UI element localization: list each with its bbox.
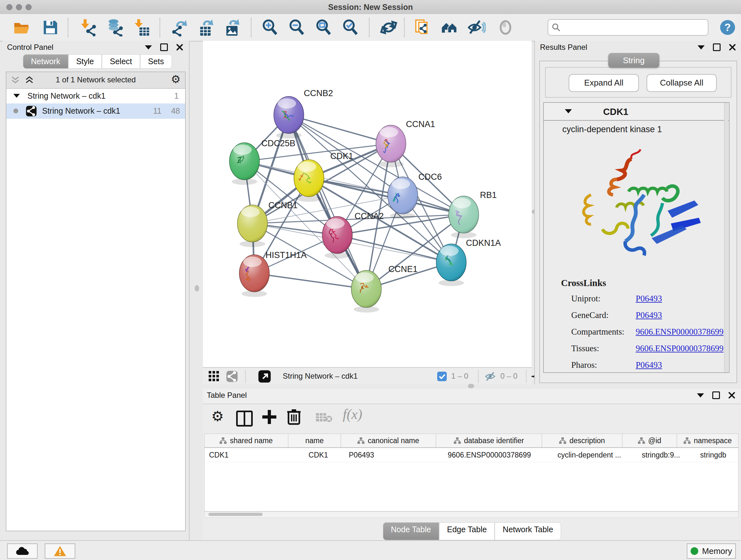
export-image-button[interactable] [223, 18, 241, 37]
selected-checkbox[interactable] [437, 372, 447, 381]
first-neighbors-button[interactable] [441, 18, 458, 37]
network-node[interactable]: CCNA1 [376, 119, 435, 167]
column-header[interactable]: namespace [677, 434, 738, 447]
show-all-button[interactable] [496, 18, 515, 37]
panel-close-icon[interactable] [729, 44, 736, 51]
panel-close-icon[interactable] [176, 44, 183, 51]
section-collapse-icon[interactable] [565, 109, 572, 113]
zoom-fit-button[interactable] [315, 18, 333, 37]
tab-select[interactable]: Select [102, 54, 140, 69]
expand-all-button[interactable]: Expand All [569, 74, 639, 92]
cloud-button[interactable] [7, 543, 38, 559]
memory-button[interactable]: Memory [687, 543, 736, 559]
warning-button[interactable] [45, 543, 75, 559]
column-header[interactable]: name [288, 434, 341, 447]
gene-section-header[interactable]: CDK1 [544, 103, 729, 121]
network-canvas[interactable]: CCNB2CCNA1CDC25BCDK1CDC6RB1CCNB1CCNA2CDK… [203, 41, 532, 367]
save-session-button[interactable] [42, 18, 59, 37]
cell-namespace[interactable]: stringdb [696, 448, 738, 462]
node-label: RB1 [480, 190, 497, 200]
import-table-button[interactable] [133, 18, 151, 37]
hide-selected-button[interactable] [468, 18, 486, 37]
crosslink-label: GeneCard: [571, 310, 609, 320]
network-node[interactable]: CCNB2 [274, 88, 333, 138]
cell-canonical-name[interactable]: P06493 [344, 448, 443, 462]
delete-table-icon[interactable] [315, 412, 333, 430]
cell-id[interactable]: stringdb:9... [637, 448, 696, 462]
table-horizontal-scrollbar[interactable] [204, 511, 738, 518]
network-node[interactable]: CCNA2 [322, 211, 384, 259]
apply-layout-button[interactable] [380, 18, 398, 37]
network-node[interactable]: CCNE1 [351, 264, 418, 313]
gene-section: CDK1 cyclin-dependent kinase 1 [543, 102, 730, 373]
cell-name[interactable]: CDK1 [292, 448, 344, 462]
splitter-handle[interactable] [468, 384, 474, 388]
panel-menu-icon[interactable] [697, 45, 704, 50]
crosslink-tissues-link[interactable]: 9606.ENSP00000378699 [636, 344, 724, 354]
new-network-from-selection-button[interactable] [414, 18, 431, 37]
cell-database-identifier[interactable]: 9606.ENSP00000378699 [443, 448, 553, 462]
zoom-in-button[interactable] [261, 18, 279, 37]
network-collection-row[interactable]: String Network – cdk1 1 [6, 89, 185, 104]
panel-menu-icon[interactable] [145, 45, 152, 50]
crosslink-genecard-link[interactable]: P06493 [636, 310, 662, 320]
column-header[interactable]: database identifier [436, 434, 542, 447]
search-input[interactable] [563, 21, 705, 33]
column-header[interactable]: shared name [205, 434, 288, 447]
network-node[interactable]: HIST1H1A [239, 250, 307, 297]
export-network-button[interactable] [171, 18, 189, 37]
scrollbar-thumb[interactable] [208, 513, 263, 516]
export-table-button[interactable] [197, 18, 215, 37]
tab-edge-table[interactable]: Edge Table [439, 522, 495, 540]
table-row[interactable]: CDK1 CDK1 P06493 9606.ENSP00000378699 cy… [205, 448, 738, 462]
open-in-string-icon[interactable] [258, 370, 271, 383]
tab-network-table[interactable]: Network Table [495, 522, 561, 540]
tab-sets[interactable]: Sets [140, 54, 172, 69]
import-network-database-button[interactable] [105, 18, 123, 37]
zoom-selected-button[interactable] [341, 18, 359, 37]
birds-eye-grid-icon[interactable] [208, 370, 220, 382]
network-node[interactable]: CDKN1A [436, 238, 501, 286]
tree-expand-icon[interactable] [13, 94, 20, 98]
toolbar-separator [251, 18, 252, 37]
column-header[interactable]: @id [623, 434, 677, 447]
collapse-all-button[interactable]: Collapse All [647, 74, 717, 92]
crosslink-compartments-link[interactable]: 9606.ENSP00000378699 [636, 327, 724, 337]
function-builder-icon[interactable]: f(x) [343, 406, 362, 424]
tab-string[interactable]: String [608, 53, 659, 68]
panel-menu-icon[interactable] [697, 393, 704, 397]
crosslink-pharos-link[interactable]: P06493 [636, 360, 662, 370]
column-header[interactable]: canonical name [341, 434, 436, 447]
results-scrollbar[interactable] [724, 103, 728, 372]
network-view[interactable]: CCNB2CCNA1CDC25BCDK1CDC6RB1CCNB1CCNA2CDK… [203, 41, 532, 367]
network-node[interactable]: CCNB1 [238, 200, 298, 247]
panel-float-icon[interactable] [160, 44, 168, 51]
zoom-out-button[interactable] [288, 18, 306, 37]
network-edge[interactable] [289, 115, 366, 289]
column-header[interactable]: description [542, 434, 623, 447]
panel-float-icon[interactable] [713, 44, 721, 51]
network-edge[interactable] [254, 273, 366, 289]
tab-network[interactable]: Network [23, 54, 68, 69]
horizontal-splitter[interactable] [203, 384, 741, 389]
string-settings-icon[interactable] [226, 370, 238, 382]
gear-icon[interactable]: ⚙ [171, 73, 181, 85]
add-column-icon[interactable] [262, 410, 276, 428]
crosslink-uniprot-link[interactable]: P06493 [636, 294, 662, 304]
gear-icon[interactable]: ⚙ [211, 408, 224, 426]
cell-description[interactable]: cyclin-dependent ... [553, 448, 637, 462]
delete-column-icon[interactable] [286, 409, 301, 427]
cell-shared-name[interactable]: CDK1 [205, 448, 292, 462]
tab-style[interactable]: Style [68, 54, 102, 69]
help-button[interactable]: ? [719, 18, 737, 37]
panel-close-icon[interactable] [728, 392, 735, 399]
tab-node-table[interactable]: Node Table [383, 522, 439, 540]
open-session-button[interactable] [13, 18, 30, 37]
panel-float-icon[interactable] [712, 391, 720, 399]
import-network-file-button[interactable] [79, 18, 97, 37]
columns-icon[interactable] [236, 411, 253, 427]
left-splitter-handle[interactable] [195, 285, 199, 292]
network-node[interactable]: CDC25B [229, 138, 295, 185]
network-row-selected[interactable]: String Network – cdk1 11 48 [6, 104, 185, 119]
network-node[interactable]: RB1 [449, 190, 497, 238]
